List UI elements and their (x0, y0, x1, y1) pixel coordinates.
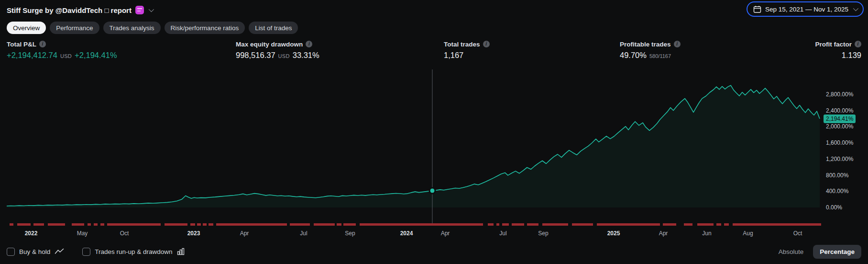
bar-chart-icon (177, 248, 185, 255)
date-range-text: Sep 15, 2021 — Nov 1, 2025 (765, 6, 848, 13)
stat-profitable-trades: Profitable trades i 49.70% 580/1167 (620, 40, 681, 60)
x-axis-label: Aug (743, 230, 753, 237)
info-icon[interactable]: i (39, 41, 46, 47)
report-header: Stiff Surge by @DaviddTech □ report (0, 0, 868, 20)
absolute-mode-button[interactable]: Absolute (773, 245, 810, 258)
buy-hold-checkbox[interactable] (7, 248, 15, 256)
stat-label: Profit factor (815, 41, 852, 48)
stat-value: 49.70% (620, 51, 647, 60)
drawdown-bar (733, 223, 821, 226)
y-axis-label: 0.00% (826, 204, 842, 211)
drawdown-bar (314, 223, 335, 226)
chart-controls: Buy & hold Trades run-up & drawdown Abso… (0, 242, 868, 261)
x-axis-label: 2024 (400, 230, 413, 237)
drawdown-bar (290, 223, 310, 226)
y-axis-label: 2,000.00% (826, 123, 853, 130)
drawdown-bar (203, 223, 207, 226)
drawdown-bar (343, 223, 356, 226)
stat-profit-factor: Profit factor i 1.139 (815, 40, 861, 60)
currency-label: USD (278, 53, 290, 59)
stat-value: 1.139 (842, 51, 861, 60)
y-axis-label: 1,200.00% (826, 156, 853, 162)
tab-overview[interactable]: Overview (7, 22, 46, 34)
drawdown-bar (94, 223, 98, 226)
report-title: Stiff Surge by @DaviddTech □ report (7, 6, 132, 14)
y-axis-label: 1,600.00% (826, 139, 853, 146)
drawdown-bar (216, 223, 287, 226)
info-icon[interactable]: i (855, 41, 861, 47)
y-axis-label: 2,400.00% (826, 107, 853, 114)
stat-label: Max equity drawdown (236, 41, 303, 48)
drawdown-bar (496, 223, 499, 226)
currency-label: USD (60, 53, 72, 59)
x-axis-label: 2023 (187, 230, 200, 237)
drawdown-bar (512, 223, 524, 226)
stat-value: 1,167 (444, 51, 463, 60)
buy-hold-label: Buy & hold (19, 248, 50, 255)
drawdown-bar (10, 223, 13, 226)
x-axis-label: Apr (240, 230, 249, 237)
x-axis-label: Oct (120, 230, 129, 237)
drawdown-bar (716, 223, 721, 226)
crosshair-dot-inner (430, 188, 435, 193)
stat-value: +2,194,412.74 (7, 51, 57, 60)
stat-label: Total P&L (7, 41, 36, 48)
equity-chart[interactable]: 2,800.00%2,400.00%2,000.00%1,600.00%1,20… (0, 69, 868, 242)
date-range-picker[interactable]: Sep 15, 2021 — Nov 1, 2025 (747, 1, 864, 17)
trades-runup-toggle[interactable]: Trades run-up & drawdown (82, 248, 184, 256)
x-axis-label: Jul (499, 230, 506, 237)
trades-runup-label: Trades run-up & drawdown (95, 248, 172, 255)
buy-hold-toggle[interactable]: Buy & hold (7, 248, 64, 256)
trend-line-icon (55, 248, 64, 255)
x-axis-label: Apr (441, 230, 450, 237)
x-axis-label: Jul (300, 230, 307, 237)
y-axis-label: 400.00% (826, 188, 848, 195)
percentage-mode-button[interactable]: Percentage (813, 245, 861, 259)
calendar-icon (753, 5, 761, 13)
info-icon[interactable]: i (306, 41, 312, 47)
tab-risk-ratios[interactable]: Risk/performance ratios (165, 22, 245, 34)
chevron-down-icon[interactable] (149, 7, 154, 12)
x-axis-label: Oct (793, 230, 802, 237)
drawdown-bar (597, 223, 660, 226)
stat-label: Profitable trades (620, 41, 671, 48)
x-axis-label: Sep (538, 230, 548, 237)
stat-total-pnl: Total P&L i +2,194,412.74 USD +2,194.41% (7, 40, 117, 60)
trades-runup-checkbox[interactable] (82, 248, 90, 256)
report-badge-icon (135, 6, 144, 14)
drawdown-bar (697, 223, 714, 226)
drawdown-bar (502, 223, 509, 226)
tab-performance[interactable]: Performance (50, 22, 99, 34)
drawdown-bar (360, 223, 483, 226)
drawdown-bar (663, 223, 676, 226)
drawdown-bar (107, 223, 161, 226)
drawdown-bar (488, 223, 494, 226)
stat-value: 998,516.37 (236, 51, 275, 60)
drawdown-bar (209, 223, 213, 226)
x-axis-label: May (77, 230, 88, 237)
drawdown-bar (165, 223, 187, 226)
drawdown-bar (72, 223, 84, 226)
x-axis-label: Jun (702, 230, 711, 237)
stat-max-drawdown: Max equity drawdown i 998,516.37 USD 33.… (236, 40, 319, 60)
drawdown-bar (724, 223, 729, 226)
drawdown-bar (197, 223, 201, 226)
drawdown-bar (527, 223, 538, 226)
y-axis-label: 2,800.00% (826, 91, 853, 98)
tab-list-of-trades[interactable]: List of trades (249, 22, 298, 34)
tab-bar: Overview Performance Trades analysis Ris… (7, 22, 298, 34)
x-axis-label: 2025 (607, 230, 620, 237)
drawdown-bar (684, 223, 692, 226)
stat-extra: +2,194.41% (75, 51, 117, 60)
info-icon[interactable]: i (483, 41, 490, 47)
drawdown-bar (572, 223, 593, 226)
drawdown-bar (33, 223, 44, 226)
info-icon[interactable]: i (674, 41, 681, 47)
chevron-down-icon (853, 6, 858, 11)
drawdown-bar (100, 223, 104, 226)
stat-extra: 580/1167 (649, 53, 671, 59)
x-axis-label: Apr (659, 230, 668, 237)
tab-trades-analysis[interactable]: Trades analysis (103, 22, 161, 34)
current-value-label: 2,194.41% (824, 115, 856, 123)
drawdown-bar (17, 223, 31, 226)
